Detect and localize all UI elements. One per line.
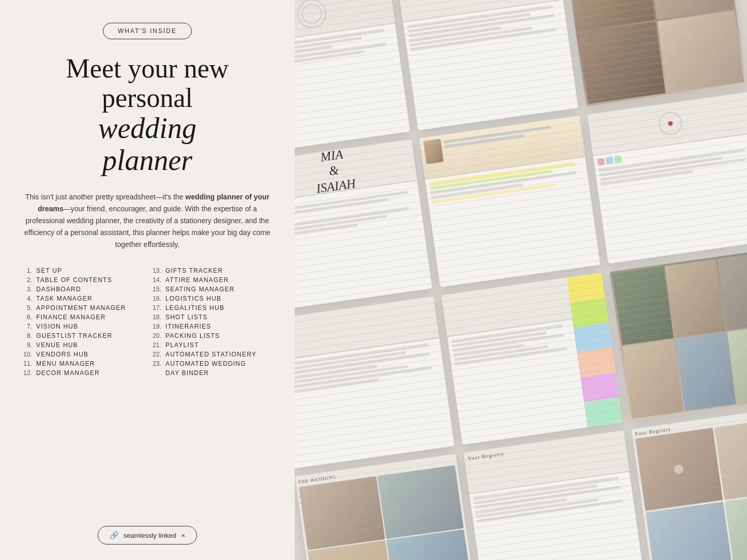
right-panel: DREAM REGISTER TASK MANAGER — [295, 0, 747, 560]
feature-label: TABLE OF CONTENTS — [36, 276, 112, 284]
mockup-card — [295, 0, 410, 153]
feature-label: TASK MANAGER — [36, 295, 93, 302]
feature-number: 1. — [21, 267, 32, 274]
feature-number: 16. — [150, 295, 161, 302]
feature-label: VENUE HUB — [36, 341, 78, 349]
mockup-card — [295, 297, 454, 469]
mockup-card: Your Registry — [463, 430, 645, 560]
feature-number: 8. — [21, 332, 32, 339]
feature-number: 15. — [150, 286, 161, 293]
feature-number: 19. — [150, 323, 161, 330]
features-grid: 1. SET UP 13. GIFTS TRACKER 2. TABLE OF … — [21, 267, 274, 377]
mockup-card — [587, 92, 747, 264]
feature-item: 3. DASHBOARD — [21, 286, 145, 293]
feature-number: 5. — [21, 304, 32, 312]
feature-label: DASHBOARD — [36, 286, 81, 293]
feature-item: 19. ITINERARIES — [150, 323, 274, 330]
headline: Meet your new personal wedding planner — [66, 54, 229, 177]
mockup-card — [566, 0, 747, 106]
feature-label: LEGALITIES HUB — [165, 304, 224, 312]
seamlessly-linked-badge[interactable]: 🔗 seamlessly linked × — [98, 526, 197, 545]
badge-label: WHAT'S INSIDE — [118, 27, 177, 35]
feature-item: 4. TASK MANAGER — [21, 295, 145, 302]
features-list: 1. SET UP 13. GIFTS TRACKER 2. TABLE OF … — [21, 267, 274, 377]
feature-label: PLAYLIST — [165, 341, 199, 349]
feature-item: DAY BINDER — [150, 369, 274, 377]
feature-label: GUESTLIST TRACKER — [36, 332, 112, 339]
feature-item: 12. DECOR MANAGER — [21, 369, 145, 377]
feature-number: 17. — [150, 304, 161, 312]
feature-label: DECOR MANAGER — [36, 369, 100, 377]
feature-item: 23. AUTOMATED WEDDING — [150, 360, 274, 367]
feature-number: 10. — [21, 351, 32, 358]
feature-item: 9. VENUE HUB — [21, 341, 145, 349]
feature-label: MENU MANAGER — [36, 360, 95, 367]
headline-line3: planner — [66, 145, 229, 177]
feature-label: VENDORS HUB — [36, 351, 88, 358]
mockup-grid: DREAM REGISTER TASK MANAGER — [295, 0, 747, 560]
linked-label: seamlessly linked — [124, 532, 176, 539]
feature-label: LOGISTICS HUB — [165, 295, 221, 302]
feature-number: 20. — [150, 332, 161, 339]
feature-item: 6. FINANCE MANAGER — [21, 314, 145, 321]
whats-inside-badge: WHAT'S INSIDE — [103, 23, 192, 39]
close-icon[interactable]: × — [181, 532, 186, 539]
feature-item: 21. PLAYLIST — [150, 341, 274, 349]
feature-number: 21. — [150, 341, 161, 349]
feature-label: APPOINTMENT MANAGER — [36, 304, 126, 312]
feature-item: 5. APPOINTMENT MANAGER — [21, 304, 145, 312]
headline-line1: Meet your new — [66, 54, 229, 83]
feature-number: 23. — [150, 360, 161, 367]
feature-number: 4. — [21, 295, 32, 302]
feature-number: 14. — [150, 276, 161, 284]
mockup-card: Your Registry — [632, 407, 747, 560]
feature-number: 7. — [21, 323, 32, 330]
feature-number: 13. — [150, 267, 161, 274]
feature-item: 18. SHOT LISTS — [150, 314, 274, 321]
feature-label: GIFTS TRACKER — [165, 267, 223, 274]
mockup-card — [441, 273, 622, 445]
feature-number: 2. — [21, 276, 32, 284]
feature-item: 8. GUESTLIST TRACKER — [21, 332, 145, 339]
headline-line2: personal wedding — [66, 83, 229, 145]
feature-item: 13. GIFTS TRACKER — [150, 267, 274, 274]
feature-label: AUTOMATED STATIONERY — [165, 351, 256, 358]
feature-number: 9. — [21, 341, 32, 349]
feature-number: 18. — [150, 314, 161, 321]
feature-label: DAY BINDER — [165, 369, 209, 377]
left-panel: WHAT'S INSIDE Meet your new personal wed… — [0, 0, 295, 560]
feature-number: 22. — [150, 351, 161, 358]
mockup-card: DREAM REGISTER TASK MANAGER — [397, 0, 578, 130]
mockup-card: MIA&ISAIAH — [295, 139, 432, 311]
feature-item: 15. SEATING MANAGER — [150, 286, 274, 293]
link-icon: 🔗 — [110, 531, 118, 539]
feature-item: 10. VENDORS HUB — [21, 351, 145, 358]
feature-item: 11. MENU MANAGER — [21, 360, 145, 367]
mockup-card — [419, 116, 601, 288]
feature-number: 6. — [21, 314, 32, 321]
feature-item: 22. AUTOMATED STATIONERY — [150, 351, 274, 358]
feature-label: FINANCE MANAGER — [36, 314, 106, 321]
description-text: This isn't just another pretty spreadshe… — [23, 191, 271, 251]
feature-item: 1. SET UP — [21, 267, 145, 274]
feature-number: 12. — [21, 369, 32, 377]
feature-label: SEATING MANAGER — [165, 286, 235, 293]
feature-label: PACKING LISTS — [165, 332, 220, 339]
feature-item: 2. TABLE OF CONTENTS — [21, 276, 145, 284]
feature-label: ATTIRE MANAGER — [165, 276, 229, 284]
feature-label: SHOT LISTS — [165, 314, 208, 321]
feature-item: 14. ATTIRE MANAGER — [150, 276, 274, 284]
mockup-card: THE WEDDING THE PACKING LISTS — [295, 454, 477, 560]
feature-item: 20. PACKING LISTS — [150, 332, 274, 339]
feature-label: ITINERARIES — [165, 323, 211, 330]
feature-number: 11. — [21, 360, 32, 367]
feature-label: VISION HUB — [36, 323, 78, 330]
feature-label: SET UP — [36, 267, 62, 274]
feature-item: 16. LOGISTICS HUB — [150, 295, 274, 302]
feature-item: 7. VISION HUB — [21, 323, 145, 330]
mockup-card — [609, 249, 747, 421]
feature-label: AUTOMATED WEDDING — [165, 360, 246, 367]
feature-number: 3. — [21, 286, 32, 293]
feature-item: 17. LEGALITIES HUB — [150, 304, 274, 312]
